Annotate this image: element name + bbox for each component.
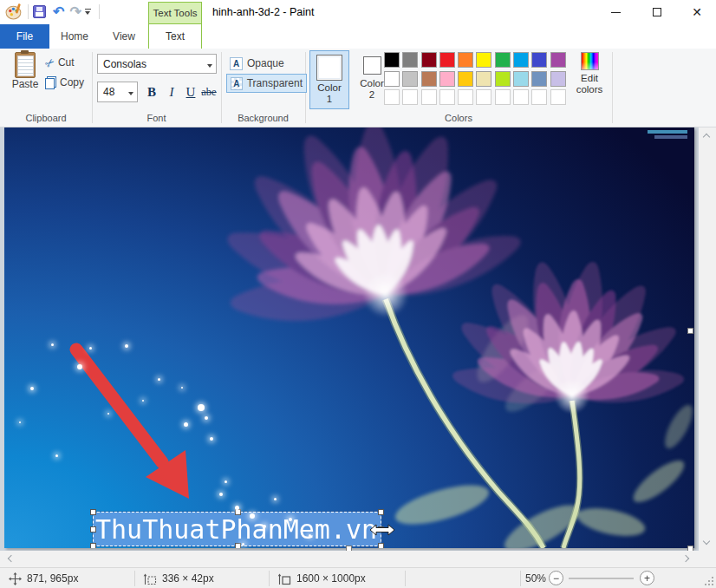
maximize-button[interactable] <box>643 0 671 24</box>
separator <box>99 4 100 19</box>
copy-button[interactable]: Copy <box>45 74 90 91</box>
color-swatch-empty[interactable] <box>495 89 511 105</box>
color-swatch[interactable] <box>384 71 400 87</box>
scroll-left-icon[interactable] <box>7 556 14 563</box>
edit-colors-icon <box>581 52 599 70</box>
color-swatch[interactable] <box>439 52 455 68</box>
color-swatch[interactable] <box>421 71 437 87</box>
color-swatch[interactable] <box>402 71 418 87</box>
color-swatch[interactable] <box>513 52 529 68</box>
minimize-button[interactable] <box>602 0 629 24</box>
font-family-dropdown[interactable]: Consolas <box>97 54 217 74</box>
color-swatch-empty[interactable] <box>476 89 491 105</box>
close-button[interactable]: ✕ <box>683 0 711 24</box>
separator <box>405 571 406 586</box>
color-swatch[interactable] <box>439 71 455 87</box>
canvas-resize-handle-right[interactable] <box>687 328 693 334</box>
color-swatch[interactable] <box>531 71 547 87</box>
handle-bottom-right[interactable] <box>378 543 384 548</box>
customize-toolbar-icon[interactable] <box>85 9 91 15</box>
color-swatch-empty[interactable] <box>402 89 418 105</box>
tab-text-active[interactable]: Text <box>148 24 202 49</box>
scroll-down-icon[interactable] <box>704 539 711 546</box>
sparkle <box>263 525 266 528</box>
color-swatch[interactable] <box>458 52 473 68</box>
sparkle <box>181 387 183 389</box>
handle-top-right[interactable] <box>378 509 384 515</box>
handle-bottom-left[interactable] <box>90 543 96 548</box>
color-swatch[interactable] <box>458 71 473 87</box>
edit-colors-button[interactable]: Edit colors <box>571 50 608 109</box>
strikethrough-button[interactable]: abe <box>199 82 218 102</box>
color-swatch[interactable] <box>384 52 400 68</box>
color-swatch[interactable] <box>495 71 511 87</box>
tab-file[interactable]: File <box>0 24 49 49</box>
canvas-text[interactable]: ThuThuatPhanMem.vn <box>95 513 382 546</box>
opaque-button[interactable]: A Opaque <box>226 54 296 73</box>
group-label-background: Background <box>221 113 305 123</box>
undo-icon[interactable]: ↶ <box>53 5 64 19</box>
zoom-level-value: 50% <box>525 572 546 585</box>
copy-label: Copy <box>60 76 84 88</box>
sparkle <box>219 493 223 496</box>
color-swatch[interactable] <box>495 52 511 68</box>
sparkle <box>225 480 227 483</box>
handle-top-left[interactable] <box>90 509 96 515</box>
sparkle <box>55 454 58 457</box>
color-swatch-empty[interactable] <box>421 89 437 105</box>
italic-button[interactable]: I <box>162 82 181 102</box>
save-icon[interactable] <box>33 5 46 18</box>
handle-bottom-middle[interactable] <box>235 543 241 548</box>
status-bar: 871, 965px 336 × 42px 1600 × 1000px 50% … <box>0 567 716 588</box>
color-swatch-empty[interactable] <box>384 89 400 105</box>
group-label-colors: Colors <box>305 113 612 123</box>
sparkle <box>77 364 82 369</box>
horizontal-scrollbar[interactable] <box>0 551 699 567</box>
group-label-font: Font <box>92 113 221 123</box>
color-swatch[interactable] <box>476 52 491 68</box>
color-swatch-empty[interactable] <box>439 89 455 105</box>
color2-swatch <box>363 56 381 75</box>
color-swatch-empty[interactable] <box>458 89 473 105</box>
minimize-icon <box>611 12 621 13</box>
color-swatch[interactable] <box>513 71 529 87</box>
color-swatch-empty[interactable] <box>513 89 529 105</box>
color-swatch-empty[interactable] <box>531 89 547 105</box>
color-swatch[interactable] <box>402 52 418 68</box>
transparent-button-selected[interactable]: A Transparent <box>226 74 307 93</box>
color1-button-selected[interactable]: Color 1 <box>309 50 349 109</box>
sparkle <box>210 437 213 441</box>
window-resize-grip[interactable] <box>705 577 713 585</box>
color-swatch[interactable] <box>550 52 566 68</box>
text-box-selection[interactable]: ThuThuatPhanMem.vn <box>93 512 381 546</box>
sparkle <box>30 387 34 390</box>
scrollbar-corner <box>699 551 716 567</box>
drawing-canvas[interactable]: ThuThuatPhanMem.vn <box>4 127 694 548</box>
zoom-slider-track[interactable] <box>569 578 634 579</box>
contextual-tab-header: Text Tools <box>148 2 202 24</box>
paste-button[interactable]: Paste <box>7 52 43 106</box>
font-size-dropdown[interactable]: 48 <box>97 82 138 102</box>
scroll-up-icon[interactable] <box>704 133 711 140</box>
image-size-value: 1600 × 1000px <box>296 572 366 585</box>
vertical-scrollbar[interactable] <box>699 127 716 551</box>
color-swatch-empty[interactable] <box>550 89 566 105</box>
underline-button[interactable]: U <box>181 82 200 102</box>
tab-view[interactable]: View <box>100 24 148 49</box>
opaque-label: Opaque <box>247 57 284 69</box>
handle-middle-left[interactable] <box>90 526 96 532</box>
cut-button[interactable]: ✂ Cut <box>45 54 90 71</box>
color-swatch[interactable] <box>531 52 547 68</box>
sparkle <box>274 498 277 500</box>
zoom-out-button[interactable]: − <box>549 571 563 585</box>
bold-button[interactable]: B <box>142 82 161 102</box>
tab-home[interactable]: Home <box>49 24 100 49</box>
handle-top-middle[interactable] <box>235 509 241 515</box>
ribbon-tab-row: File Home View Text ? <box>0 24 716 49</box>
zoom-in-button[interactable]: + <box>640 571 654 585</box>
scroll-right-icon[interactable] <box>683 556 690 563</box>
color-swatch[interactable] <box>421 52 437 68</box>
color-swatch[interactable] <box>550 71 566 87</box>
separator <box>269 571 270 586</box>
color-swatch[interactable] <box>476 71 491 87</box>
